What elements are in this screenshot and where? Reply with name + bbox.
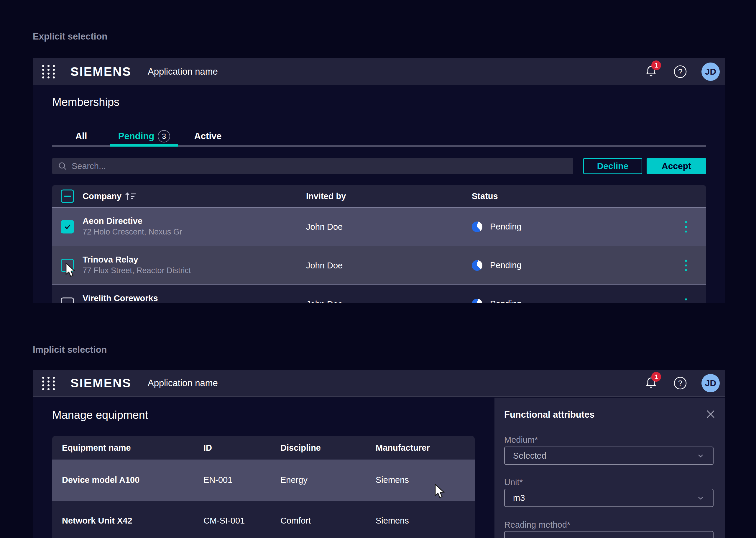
id-cell: EN-001 (203, 475, 232, 485)
table-row[interactable]: Virelith Coreworks John Doe Pending (52, 284, 706, 303)
pending-status-icon (472, 260, 482, 271)
column-header-equipment-name: Equipment name (62, 443, 131, 453)
table-row[interactable]: Trinova Relay 77 Flux Street, Reactor Di… (52, 246, 706, 284)
notification-badge: 1 (651, 372, 661, 382)
unit-select[interactable]: m3 (504, 489, 714, 507)
pending-status-icon (472, 222, 482, 232)
tab-all[interactable]: All (52, 126, 110, 147)
manufacturer-cell: Siemens (376, 475, 409, 485)
application-name: Application name (148, 378, 218, 389)
select-all-checkbox[interactable] (61, 189, 74, 203)
column-header-status: Status (472, 191, 498, 201)
equipment-name-cell: Device model A100 (62, 475, 139, 485)
notifications-button[interactable]: 1 (644, 375, 659, 391)
column-header-company[interactable]: Company (82, 191, 136, 201)
page-title-manage-equipment: Manage equipment (52, 409, 148, 421)
app-launcher-icon[interactable] (42, 377, 55, 390)
app-header: SIEMENS Application name 1 ? JD (33, 370, 725, 397)
accept-button[interactable]: Accept (647, 158, 706, 174)
app-launcher-icon[interactable] (42, 65, 55, 79)
company-cell: Trinova Relay 77 Flux Street, Reactor Di… (82, 254, 191, 276)
tab-pending[interactable]: Pending 3 (110, 126, 178, 147)
decline-button[interactable]: Decline (583, 158, 642, 174)
row-checkbox[interactable] (61, 297, 74, 303)
mouse-cursor (65, 262, 78, 278)
table-header-row: Company Invited by Status (52, 185, 706, 207)
row-menu-button[interactable] (683, 296, 689, 303)
table-row[interactable]: Network Unit X42 CM-SI-001 Comfort Sieme… (52, 500, 475, 538)
section-label-implicit: Implicit selection (33, 345, 107, 355)
table-row[interactable]: Aeon Directive 72 Holo Crescent, Nexus G… (52, 207, 706, 246)
table-header-row: Equipment name ID Discipline Manufacture… (52, 436, 475, 459)
mouse-cursor (434, 484, 448, 499)
equipment-table: Equipment name ID Discipline Manufacture… (52, 436, 475, 538)
close-icon (705, 408, 717, 420)
field-label-reading-method: Reading method* (504, 520, 570, 530)
row-menu-button[interactable] (683, 258, 689, 273)
functional-attributes-panel: Functional attributes Medium* Selected U… (494, 398, 725, 538)
company-cell: Aeon Directive 72 Holo Crescent, Nexus G… (82, 215, 182, 237)
column-header-manufacturer: Manufacturer (376, 443, 430, 453)
company-cell: Virelith Coreworks (82, 293, 158, 303)
column-header-id: ID (203, 443, 212, 453)
tab-bar: All Pending 3 Active (52, 126, 706, 147)
id-cell: CM-SI-001 (203, 515, 245, 525)
user-avatar[interactable]: JD (701, 374, 720, 392)
svg-text:?: ? (678, 67, 682, 76)
notifications-button[interactable]: 1 (644, 63, 659, 80)
row-menu-button[interactable] (683, 219, 689, 234)
application-name: Application name (148, 66, 218, 77)
chevron-down-icon (696, 494, 705, 502)
search-icon (58, 161, 68, 171)
row-checkbox-checked[interactable] (61, 220, 74, 233)
field-label-medium: Medium* (504, 435, 538, 445)
app-window-explicit: SIEMENS Application name 1 ? JD Membersh… (33, 58, 725, 303)
siemens-logo: SIEMENS (71, 65, 131, 79)
tab-pending-count-badge: 3 (158, 130, 170, 142)
search-input[interactable] (72, 161, 543, 171)
manufacturer-cell: Siemens (376, 515, 409, 525)
panel-title: Functional attributes (504, 409, 595, 420)
status-cell: Pending (472, 260, 521, 271)
siemens-logo: SIEMENS (71, 376, 131, 390)
pending-status-icon (472, 299, 482, 303)
close-button[interactable] (705, 408, 717, 420)
chevron-down-icon (696, 452, 705, 460)
app-header: SIEMENS Application name 1 ? JD (33, 58, 725, 85)
page-title-memberships: Memberships (52, 96, 120, 109)
field-label-unit: Unit* (504, 477, 523, 487)
sort-ascending-icon (125, 191, 136, 201)
search-bar (52, 158, 573, 174)
reading-method-select[interactable] (504, 531, 714, 538)
stage: Explicit selection SIEMENS Application n… (0, 0, 756, 538)
user-avatar[interactable]: JD (701, 63, 720, 81)
discipline-cell: Energy (280, 475, 308, 485)
medium-select[interactable]: Selected (504, 447, 714, 465)
invited-by-cell: John Doe (306, 299, 343, 303)
status-cell: Pending (472, 299, 521, 303)
invited-by-cell: John Doe (306, 222, 343, 232)
notification-badge: 1 (651, 61, 661, 70)
column-header-invited-by: Invited by (306, 191, 346, 201)
tab-active[interactable]: Active (178, 126, 238, 147)
equipment-name-cell: Network Unit X42 (62, 515, 132, 525)
column-header-discipline: Discipline (280, 443, 321, 453)
invited-by-cell: John Doe (306, 260, 343, 270)
status-cell: Pending (472, 222, 521, 232)
app-window-implicit: SIEMENS Application name 1 ? JD Manage e… (33, 370, 725, 538)
help-icon: ? (673, 65, 687, 79)
table-row[interactable]: Device model A100 EN-001 Energy Siemens (52, 459, 475, 500)
check-icon (63, 223, 72, 231)
memberships-table: Company Invited by Status (52, 185, 706, 303)
help-icon: ? (673, 376, 687, 390)
help-button[interactable]: ? (673, 376, 687, 390)
svg-text:?: ? (678, 379, 682, 388)
discipline-cell: Comfort (280, 515, 311, 525)
section-label-explicit: Explicit selection (33, 31, 107, 42)
help-button[interactable]: ? (673, 65, 687, 79)
